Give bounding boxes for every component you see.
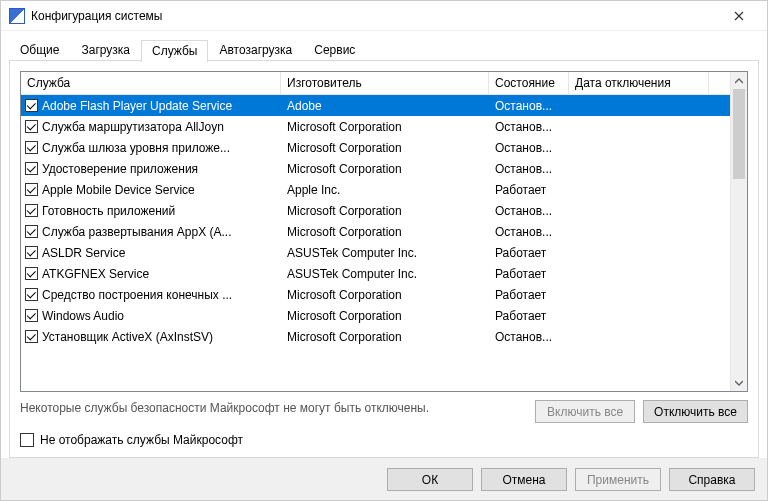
chevron-down-icon bbox=[735, 380, 743, 386]
service-state: Останов... bbox=[489, 141, 569, 155]
service-name: Adobe Flash Player Update Service bbox=[42, 99, 232, 113]
table-row[interactable]: Adobe Flash Player Update ServiceAdobeОс… bbox=[21, 95, 730, 116]
service-name: Служба маршрутизатора AllJoyn bbox=[42, 120, 224, 134]
hide-microsoft-label: Не отображать службы Майкрософт bbox=[40, 433, 243, 447]
service-checkbox[interactable] bbox=[25, 246, 38, 259]
service-name: Служба развертывания AppX (A... bbox=[42, 225, 232, 239]
service-state: Работает bbox=[489, 183, 569, 197]
below-list-row: Некоторые службы безопасности Майкрософт… bbox=[20, 400, 748, 423]
titlebar: Конфигурация системы bbox=[1, 1, 767, 31]
listview-body: Служба Изготовитель Состояние Дата отклю… bbox=[21, 72, 730, 391]
service-state: Останов... bbox=[489, 162, 569, 176]
service-state: Останов... bbox=[489, 330, 569, 344]
service-manufacturer: Microsoft Corporation bbox=[281, 120, 489, 134]
scroll-up-button[interactable] bbox=[731, 72, 747, 89]
help-button[interactable]: Справка bbox=[669, 468, 755, 491]
table-row[interactable]: Готовность приложенийMicrosoft Corporati… bbox=[21, 200, 730, 221]
service-name: Установщик ActiveX (AxInstSV) bbox=[42, 330, 213, 344]
service-state: Работает bbox=[489, 267, 569, 281]
column-header-service[interactable]: Служба bbox=[21, 72, 281, 94]
service-manufacturer: Microsoft Corporation bbox=[281, 309, 489, 323]
table-row[interactable]: Служба развертывания AppX (A...Microsoft… bbox=[21, 221, 730, 242]
scroll-down-button[interactable] bbox=[731, 374, 747, 391]
table-row[interactable]: Установщик ActiveX (AxInstSV)Microsoft C… bbox=[21, 326, 730, 347]
close-button[interactable] bbox=[719, 2, 759, 30]
column-header-manufacturer[interactable]: Изготовитель bbox=[281, 72, 489, 94]
service-checkbox[interactable] bbox=[25, 330, 38, 343]
service-checkbox[interactable] bbox=[25, 162, 38, 175]
column-header-state[interactable]: Состояние bbox=[489, 72, 569, 94]
security-note: Некоторые службы безопасности Майкрософт… bbox=[20, 400, 527, 416]
tab-startup[interactable]: Автозагрузка bbox=[208, 39, 303, 61]
table-row[interactable]: Удостоверение приложенияMicrosoft Corpor… bbox=[21, 158, 730, 179]
tab-panel-services: Служба Изготовитель Состояние Дата отклю… bbox=[9, 60, 759, 458]
scroll-track[interactable] bbox=[731, 89, 747, 374]
service-manufacturer: ASUSTek Computer Inc. bbox=[281, 246, 489, 260]
app-icon bbox=[9, 8, 25, 24]
table-row[interactable]: Apple Mobile Device ServiceApple Inc.Раб… bbox=[21, 179, 730, 200]
table-row[interactable]: ASLDR ServiceASUSTek Computer Inc.Работа… bbox=[21, 242, 730, 263]
service-checkbox[interactable] bbox=[25, 309, 38, 322]
service-manufacturer: Microsoft Corporation bbox=[281, 288, 489, 302]
service-manufacturer: Microsoft Corporation bbox=[281, 225, 489, 239]
service-manufacturer: Microsoft Corporation bbox=[281, 162, 489, 176]
service-checkbox[interactable] bbox=[25, 183, 38, 196]
apply-button[interactable]: Применить bbox=[575, 468, 661, 491]
service-state: Останов... bbox=[489, 120, 569, 134]
disable-all-button[interactable]: Отключить все bbox=[643, 400, 748, 423]
services-listview[interactable]: Служба Изготовитель Состояние Дата отклю… bbox=[20, 71, 748, 392]
tab-tools[interactable]: Сервис bbox=[303, 39, 366, 61]
service-name: Удостоверение приложения bbox=[42, 162, 198, 176]
content-area: Общие Загрузка Службы Автозагрузка Серви… bbox=[1, 31, 767, 458]
tab-general[interactable]: Общие bbox=[9, 39, 70, 61]
service-checkbox[interactable] bbox=[25, 267, 38, 280]
hide-microsoft-row: Не отображать службы Майкрософт bbox=[20, 433, 748, 447]
close-icon bbox=[734, 11, 744, 21]
service-name: ASLDR Service bbox=[42, 246, 125, 260]
service-manufacturer: Apple Inc. bbox=[281, 183, 489, 197]
cancel-button[interactable]: Отмена bbox=[481, 468, 567, 491]
chevron-up-icon bbox=[735, 78, 743, 84]
service-checkbox[interactable] bbox=[25, 120, 38, 133]
msconfig-window: Конфигурация системы Общие Загрузка Служ… bbox=[0, 0, 768, 501]
table-row[interactable]: Служба шлюза уровня приложе...Microsoft … bbox=[21, 137, 730, 158]
service-checkbox[interactable] bbox=[25, 141, 38, 154]
tab-services[interactable]: Службы bbox=[141, 40, 208, 62]
service-manufacturer: Microsoft Corporation bbox=[281, 141, 489, 155]
service-checkbox[interactable] bbox=[25, 99, 38, 112]
hide-microsoft-checkbox[interactable] bbox=[20, 433, 34, 447]
table-row[interactable]: Средство построения конечных ...Microsof… bbox=[21, 284, 730, 305]
service-checkbox[interactable] bbox=[25, 288, 38, 301]
column-header-date[interactable]: Дата отключения bbox=[569, 72, 709, 94]
service-state: Работает bbox=[489, 246, 569, 260]
table-row[interactable]: Windows AudioMicrosoft CorporationРабота… bbox=[21, 305, 730, 326]
service-manufacturer: ASUSTek Computer Inc. bbox=[281, 267, 489, 281]
service-name: Windows Audio bbox=[42, 309, 124, 323]
service-state: Останов... bbox=[489, 99, 569, 113]
service-manufacturer: Microsoft Corporation bbox=[281, 330, 489, 344]
tab-strip: Общие Загрузка Службы Автозагрузка Серви… bbox=[9, 37, 759, 61]
table-row[interactable]: ATKGFNEX ServiceASUSTek Computer Inc.Раб… bbox=[21, 263, 730, 284]
service-name: Средство построения конечных ... bbox=[42, 288, 232, 302]
dialog-footer: ОК Отмена Применить Справка bbox=[1, 458, 767, 500]
service-state: Работает bbox=[489, 309, 569, 323]
ok-button[interactable]: ОК bbox=[387, 468, 473, 491]
service-checkbox[interactable] bbox=[25, 225, 38, 238]
service-state: Останов... bbox=[489, 225, 569, 239]
service-state: Останов... bbox=[489, 204, 569, 218]
service-manufacturer: Microsoft Corporation bbox=[281, 204, 489, 218]
service-name: Готовность приложений bbox=[42, 204, 175, 218]
table-row[interactable]: Служба маршрутизатора AllJoynMicrosoft C… bbox=[21, 116, 730, 137]
window-title: Конфигурация системы bbox=[31, 9, 719, 23]
listview-rows: Adobe Flash Player Update ServiceAdobeОс… bbox=[21, 95, 730, 391]
listview-header: Служба Изготовитель Состояние Дата отклю… bbox=[21, 72, 730, 95]
service-name: Apple Mobile Device Service bbox=[42, 183, 195, 197]
service-checkbox[interactable] bbox=[25, 204, 38, 217]
enable-all-button[interactable]: Включить все bbox=[535, 400, 635, 423]
vertical-scrollbar[interactable] bbox=[730, 72, 747, 391]
scroll-thumb[interactable] bbox=[733, 89, 745, 179]
tab-boot[interactable]: Загрузка bbox=[70, 39, 141, 61]
service-state: Работает bbox=[489, 288, 569, 302]
service-name: ATKGFNEX Service bbox=[42, 267, 149, 281]
service-manufacturer: Adobe bbox=[281, 99, 489, 113]
